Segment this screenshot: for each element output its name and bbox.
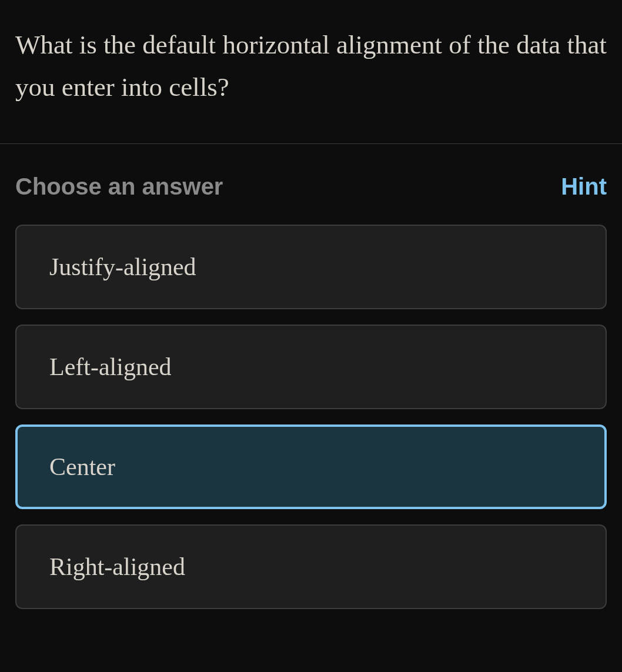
answer-option-justify[interactable]: Justify-aligned (15, 225, 607, 309)
question-text: What is the default horizontal alignment… (15, 24, 607, 108)
question-section: What is the default horizontal alignment… (0, 0, 622, 144)
answer-section: Choose an answer Hint Justify-aligned Le… (0, 144, 622, 609)
answer-header: Choose an answer Hint (15, 173, 607, 200)
answer-option-left[interactable]: Left-aligned (15, 325, 607, 409)
answer-options-list: Justify-aligned Left-aligned Center Righ… (15, 225, 607, 609)
answer-option-right[interactable]: Right-aligned (15, 524, 607, 609)
choose-answer-label: Choose an answer (15, 173, 223, 200)
hint-button[interactable]: Hint (561, 173, 607, 200)
answer-option-center[interactable]: Center (15, 424, 607, 509)
